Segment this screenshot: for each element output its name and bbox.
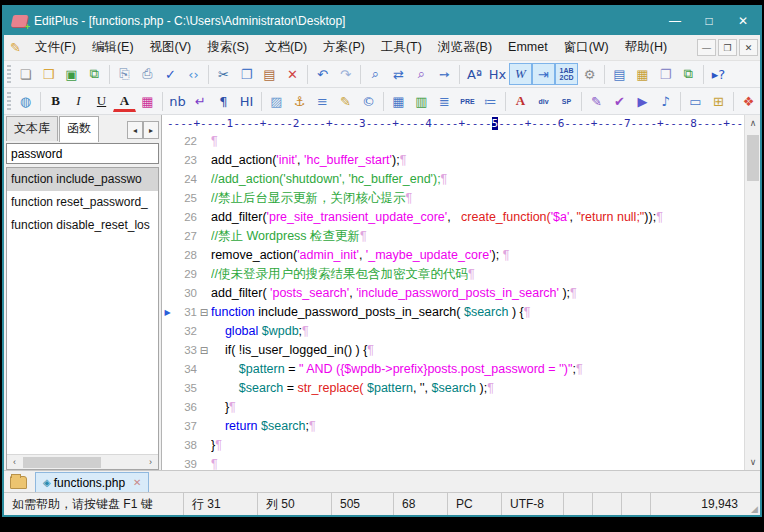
sidebar-horizontal-scrollbar[interactable]: ‹ › bbox=[7, 454, 158, 469]
code-text[interactable]: $pattern = " AND ({$wpdb->prefix}posts.p… bbox=[211, 360, 744, 379]
scrollbar-thumb[interactable] bbox=[747, 135, 759, 181]
replace-icon[interactable]: ⇄ bbox=[387, 63, 410, 85]
word-wrap-icon[interactable]: W bbox=[509, 63, 532, 85]
directory-window-icon[interactable]: ▦ bbox=[631, 63, 654, 85]
code-text[interactable]: }¶ bbox=[211, 398, 744, 417]
folder-icon[interactable] bbox=[10, 476, 27, 489]
textarea-icon[interactable]: ✎ bbox=[334, 90, 357, 112]
code-text[interactable]: global $wpdb;¶ bbox=[211, 322, 744, 341]
div-tag-icon[interactable]: div bbox=[532, 90, 555, 112]
scrollbar-thumb[interactable] bbox=[23, 457, 101, 468]
table-icon[interactable]: ▦ bbox=[387, 90, 410, 112]
browser-preview-icon[interactable]: ❐ bbox=[654, 63, 677, 85]
document-tab-functions[interactable]: ◈ functions.php ✕ bbox=[35, 472, 149, 492]
function-filter-input[interactable] bbox=[6, 143, 159, 164]
editor-pane[interactable]: ----+----1----+----2----+----3----+----4… bbox=[162, 115, 744, 470]
center-text-icon[interactable]: ≣ bbox=[433, 90, 456, 112]
code-fold-icon[interactable]: ⊟ bbox=[197, 303, 211, 322]
font-tag-icon[interactable]: A bbox=[509, 90, 532, 112]
scroll-left-icon[interactable]: ‹ bbox=[7, 455, 22, 470]
underline-icon[interactable]: U bbox=[90, 90, 113, 112]
function-list-item[interactable]: function include_passwo bbox=[7, 168, 158, 191]
code-text[interactable]: add_filter('pre_site_transient_update_co… bbox=[211, 208, 744, 227]
form-fields-icon[interactable]: ⊞ bbox=[707, 90, 730, 112]
span-tag-icon[interactable]: SP bbox=[555, 90, 578, 112]
delete-icon[interactable]: ✕ bbox=[281, 63, 304, 85]
code-text[interactable]: //禁止后台显示更新，关闭核心提示¶ bbox=[211, 189, 744, 208]
pre-tag-icon[interactable]: PRE bbox=[456, 90, 479, 112]
function-list-item[interactable]: function disable_reset_los bbox=[7, 214, 158, 237]
hex-viewer-icon[interactable]: Hx bbox=[486, 63, 509, 85]
toolbar-grip[interactable] bbox=[7, 92, 11, 110]
tab-scroll-left-icon[interactable]: ◂ bbox=[127, 121, 143, 139]
horizontal-rule-icon[interactable]: ≡ bbox=[311, 90, 334, 112]
menu-edit[interactable]: 编辑(E) bbox=[84, 35, 142, 60]
mdi-minimize-button[interactable]: — bbox=[697, 39, 716, 56]
menu-document[interactable]: 文档(D) bbox=[257, 35, 315, 60]
line-break-icon[interactable]: ↵ bbox=[189, 90, 212, 112]
menu-search[interactable]: 搜索(S) bbox=[199, 35, 257, 60]
function-list-item[interactable]: function reset_password_ bbox=[7, 191, 158, 214]
paste-icon[interactable]: ▤ bbox=[258, 63, 281, 85]
code-text[interactable]: $search = str_replace( $pattern, '', $se… bbox=[211, 379, 744, 398]
save-all-icon[interactable]: ⧉ bbox=[83, 63, 106, 85]
code-text[interactable]: //add_action('shutdown', 'hc_buffer_end'… bbox=[211, 170, 744, 189]
copy-icon[interactable]: ❐ bbox=[235, 63, 258, 85]
code-text[interactable]: add_filter( 'posts_search', 'include_pas… bbox=[211, 284, 744, 303]
html-code-icon[interactable]: ‹› bbox=[182, 63, 205, 85]
view-in-browser-icon[interactable]: ⧉ bbox=[677, 63, 700, 85]
undo-icon[interactable]: ↶ bbox=[311, 63, 334, 85]
code-text[interactable]: remove_action('admin_init', '_maybe_upda… bbox=[211, 246, 744, 265]
code-text[interactable]: add_action('init', 'hc_buffer_start');¶ bbox=[211, 151, 744, 170]
font-color-icon[interactable]: A bbox=[113, 92, 136, 112]
goto-line-icon[interactable]: ➙ bbox=[433, 63, 456, 85]
tab-close-icon[interactable]: ✕ bbox=[133, 477, 141, 488]
print-preview-icon[interactable]: ⎘ bbox=[113, 63, 136, 85]
context-help-icon[interactable]: ▸? bbox=[707, 63, 730, 85]
toolbar-grip[interactable] bbox=[7, 65, 11, 83]
tab-cliptext[interactable]: 文本库 bbox=[6, 116, 58, 141]
code-text[interactable]: if( !is_user_logged_in() ) {¶ bbox=[211, 341, 744, 360]
maximize-button[interactable]: □ bbox=[692, 7, 726, 35]
menu-view[interactable]: 视图(V) bbox=[142, 35, 200, 60]
italic-icon[interactable]: I bbox=[67, 90, 90, 112]
image-icon[interactable]: ▨ bbox=[265, 90, 288, 112]
code-text[interactable]: }¶ bbox=[211, 436, 744, 455]
tab-scroll-right-icon[interactable]: ▸ bbox=[143, 121, 159, 139]
close-button[interactable]: ✕ bbox=[726, 7, 760, 35]
nonbreaking-space-icon[interactable]: nb bbox=[166, 90, 189, 112]
code-text[interactable]: return $search;¶ bbox=[211, 417, 744, 436]
script-icon[interactable]: ✎ bbox=[585, 90, 608, 112]
new-file-icon[interactable]: ❏ bbox=[14, 63, 37, 85]
anchor-icon[interactable]: ⚓ bbox=[288, 90, 311, 112]
code-text[interactable]: ¶ bbox=[211, 132, 744, 151]
form-icon[interactable]: ▭ bbox=[684, 90, 707, 112]
open-file-icon[interactable]: ❒ bbox=[37, 63, 60, 85]
special-char-icon[interactable]: © bbox=[357, 90, 380, 112]
spell-check-icon[interactable]: ✓ bbox=[159, 63, 182, 85]
browser-globe-icon[interactable]: ◍ bbox=[14, 90, 37, 112]
menu-project[interactable]: 方案(P) bbox=[315, 35, 373, 60]
syntax-check-icon[interactable]: ✔ bbox=[608, 90, 631, 112]
save-file-icon[interactable]: ▣ bbox=[60, 63, 83, 85]
line-numbers-icon[interactable]: 1AB 2CD bbox=[555, 63, 578, 85]
document-selector-icon[interactable]: ▤ bbox=[608, 63, 631, 85]
find-in-files-icon[interactable]: ⌕ bbox=[410, 63, 433, 85]
print-icon[interactable]: ⎙ bbox=[136, 63, 159, 85]
tab-functions[interactable]: 函数 bbox=[59, 116, 99, 142]
font-icon[interactable]: Aª bbox=[463, 63, 486, 85]
scroll-down-icon[interactable]: ∨ bbox=[745, 454, 761, 470]
windows-colors-icon[interactable]: ❖ bbox=[737, 90, 760, 112]
menu-emmet[interactable]: Emmet bbox=[500, 36, 556, 58]
auto-indent-icon[interactable]: ⇥ bbox=[532, 63, 555, 85]
code-area[interactable]: 22¶23add_action('init', 'hc_buffer_start… bbox=[162, 132, 744, 470]
preferences-icon[interactable]: ⚙ bbox=[578, 63, 601, 85]
code-text[interactable]: ¶ bbox=[211, 455, 744, 470]
editor-vertical-scrollbar[interactable]: ∧ ∨ bbox=[744, 115, 760, 470]
find-icon[interactable]: ⌕ bbox=[364, 63, 387, 85]
menu-file[interactable]: 文件(F) bbox=[27, 35, 84, 60]
menu-browser[interactable]: 浏览器(B) bbox=[430, 35, 500, 60]
mdi-close-button[interactable]: ✕ bbox=[739, 39, 758, 56]
code-text[interactable]: //使未登录用户的搜索结果包含加密文章的代码¶ bbox=[211, 265, 744, 284]
heading-icon[interactable]: HI bbox=[235, 90, 258, 112]
